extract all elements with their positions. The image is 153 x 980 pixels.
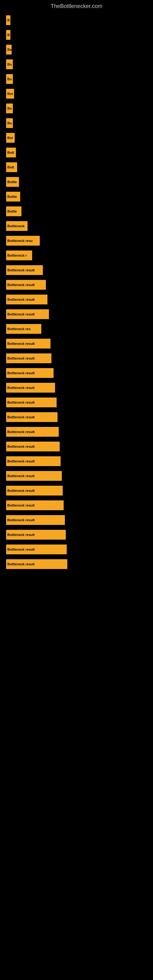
bar: Bott [6, 148, 16, 158]
bar-label: Bottleneck result [7, 547, 35, 551]
bar-label: B [7, 33, 10, 37]
bar: Bottleneck result [6, 559, 67, 569]
bar-row: Bottleneck result [6, 426, 147, 438]
bar-row: Bo [6, 117, 147, 129]
bar-row: Bottleneck result [6, 485, 147, 497]
bar-row: Bottleneck [6, 220, 147, 232]
bar: Bottleneck res [6, 324, 41, 334]
bar-row: Bottle [6, 205, 147, 218]
bar-row: Bot [6, 132, 147, 144]
bar: Bottleneck result [6, 398, 57, 407]
bar-label: Bottleneck resu [7, 239, 33, 243]
bar-row: Bo [6, 102, 147, 115]
bar-row: Bottleneck result [6, 455, 147, 467]
bar-label: Bottleneck result [7, 268, 35, 272]
bar-label: Bottleneck result [7, 415, 35, 419]
bar-label: Bo [7, 48, 12, 51]
bar-row: Bottleneck result [6, 367, 147, 379]
bar-row: Bottle [6, 191, 147, 203]
bar: Bottleneck result [6, 265, 43, 275]
bar-label: Bottleneck result [7, 298, 35, 301]
bar-label: Bottleneck r [7, 254, 27, 257]
bar: Bo [6, 103, 13, 113]
bar-label: Bottleneck result [7, 430, 35, 434]
bar: Bot [6, 133, 15, 143]
bar-label: Bottleneck result [7, 562, 35, 566]
bar: Bottleneck result [6, 530, 66, 539]
bar-label: Bottleneck result [7, 312, 35, 316]
bar-row: Bottleneck result [6, 264, 147, 276]
bar-row: Bottleneck result [6, 337, 147, 350]
bar: Bott [6, 162, 17, 172]
bar: Bottleneck result [6, 427, 59, 437]
bar: Bottleneck result [6, 339, 51, 348]
bar: Bottleneck result [6, 456, 61, 466]
bar-label: Bottleneck res [7, 327, 30, 331]
bar-label: Bot [7, 136, 13, 140]
bar: Bottleneck resu [6, 236, 40, 246]
bar-label: Bo [7, 107, 12, 110]
bar: B [6, 15, 10, 25]
bar-row: Bottleneck result [6, 528, 147, 541]
bar-label: Bott [7, 165, 14, 169]
bar: Bo [6, 45, 12, 54]
bar: Bot [6, 89, 14, 99]
bar-label: Bottleneck result [7, 386, 35, 390]
bar-row: Bottleneck result [6, 499, 147, 511]
site-title: TheBottlenecker.com [0, 0, 153, 11]
bar: Bottleneck r [6, 250, 32, 260]
bar-row: Bottleneck result [6, 308, 147, 320]
bar-label: Bottleneck result [7, 371, 35, 375]
bar-label: Bottle [7, 180, 17, 184]
bar-label: Bo [7, 121, 12, 125]
bar: Bottleneck result [6, 309, 49, 319]
bar-label: Bottleneck result [7, 460, 35, 463]
bar-row: B [6, 14, 147, 26]
bar-label: Bottleneck result [7, 533, 35, 536]
bar-label: Bottleneck result [7, 283, 35, 286]
bar-row: Bott [6, 161, 147, 173]
bar: Bottleneck result [6, 368, 54, 378]
bar: Bottleneck result [6, 515, 65, 525]
bar-row: Bott [6, 146, 147, 159]
bar-label: B [7, 18, 10, 22]
bar: Bottleneck [6, 221, 27, 231]
bar-row: Bottleneck res [6, 323, 147, 335]
bar-row: Bottle [6, 176, 147, 188]
bar: Bo [6, 118, 13, 128]
bar-label: Bottleneck result [7, 356, 35, 360]
bar-row: Bottleneck resu [6, 235, 147, 247]
bar-row: Bottleneck result [6, 279, 147, 291]
bar-label: Bottleneck [7, 224, 24, 228]
bar: Bo [6, 59, 13, 69]
bar: Bottleneck result [6, 442, 60, 452]
bar-row: Bottleneck result [6, 293, 147, 305]
bar-label: Bo [7, 77, 12, 81]
bar-row: Bottleneck result [6, 470, 147, 482]
bar-row: Bottleneck result [6, 558, 147, 570]
bar-row: Bottleneck result [6, 441, 147, 453]
bar: Bottle [6, 207, 21, 216]
bar-label: Bottleneck result [7, 445, 35, 449]
bar: Bottleneck result [6, 486, 63, 495]
bar-row: Bo [6, 73, 147, 85]
bar-label: Bottleneck result [7, 401, 35, 404]
bar-row: Bottleneck result [6, 514, 147, 526]
bar: Bottle [6, 192, 20, 202]
bar: Bottleneck result [6, 353, 51, 363]
bar-label: Bottleneck result [7, 342, 35, 345]
bar-label: Bottleneck result [7, 474, 35, 478]
bar: Bottleneck result [6, 280, 46, 290]
bar-row: Bo [6, 58, 147, 70]
bar-label: Bottleneck result [7, 489, 35, 492]
bar: Bottleneck result [6, 412, 57, 422]
bar-label: Bottle [7, 210, 17, 213]
bar-row: B [6, 29, 147, 41]
bar-row: Bottleneck result [6, 411, 147, 423]
bar-row: Bo [6, 43, 147, 56]
bar: Bottleneck result [6, 544, 67, 554]
bar: Bo [6, 74, 13, 84]
bar-row: Bottleneck result [6, 352, 147, 364]
bar-label: Bo [7, 62, 12, 66]
bar-label: Bottleneck result [7, 518, 35, 522]
